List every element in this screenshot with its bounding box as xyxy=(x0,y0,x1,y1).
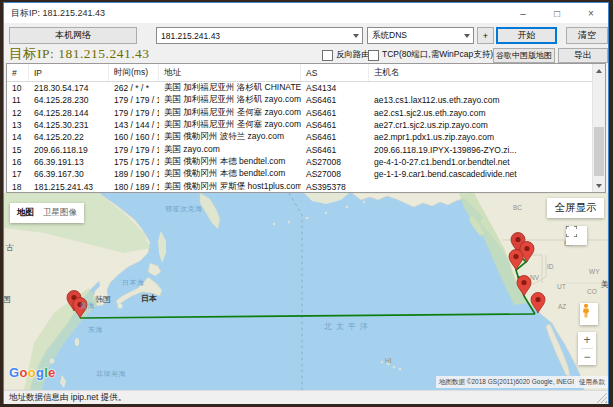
maximize-button[interactable]: □ xyxy=(540,3,574,23)
app-window: 目标IP: 181.215.241.43 – □ × 本机网络 181.215.… xyxy=(3,2,609,404)
col-hop[interactable]: # xyxy=(7,64,29,81)
dns-combobox[interactable]: 系统DNS xyxy=(367,27,474,44)
trace-table: # IP 时间(ms) 地址 AS 主机名 10218.30.54.174262… xyxy=(6,63,606,193)
table-row[interactable]: 18181.215.241.43180 / 189 / 194美国 俄勒冈州 罗… xyxy=(7,180,605,192)
dns-value: 系统DNS xyxy=(368,30,461,42)
map-canvas xyxy=(4,193,608,390)
pegman-button[interactable] xyxy=(580,303,598,325)
google-logo[interactable]: Google xyxy=(9,365,56,380)
start-button[interactable]: 开始 xyxy=(496,27,557,44)
resize-grip-icon[interactable] xyxy=(596,392,607,403)
col-as[interactable]: AS xyxy=(301,64,369,81)
chevron-down-icon[interactable] xyxy=(461,28,473,43)
table-row[interactable]: 15209.66.118.19179 / 179 / 180美国 zayo.co… xyxy=(7,143,605,155)
satellite-button[interactable]: 卫星图像 xyxy=(43,207,77,219)
tcp-checkbox[interactable]: TCP(80端口,需WinPcap支持) xyxy=(368,49,493,61)
terms-link[interactable]: 使用条款 xyxy=(576,376,608,388)
scroll-up-icon[interactable] xyxy=(593,64,605,77)
clear-button[interactable]: 清空 xyxy=(566,27,608,44)
map-type-control[interactable]: 地图 卫星图像 xyxy=(10,203,84,223)
reverse-route-checkbox[interactable]: 反向路由 xyxy=(322,49,370,61)
export-button[interactable]: 导出 xyxy=(558,48,608,63)
target-ip-combobox[interactable]: 181.215.241.43 xyxy=(156,27,363,44)
target-ip-label: 目标IP: 181.215.241.43 xyxy=(9,45,150,63)
titlebar: 目标IP: 181.215.241.43 – □ × xyxy=(4,3,608,23)
fullscreen-text-button[interactable]: 全屏显示 xyxy=(547,198,604,218)
add-button[interactable]: + xyxy=(477,27,494,44)
map-type-button[interactable]: 地图 xyxy=(17,207,34,219)
fullscreen-icon xyxy=(566,226,577,237)
zoom-in-button[interactable]: + xyxy=(578,332,596,348)
table-row[interactable]: 1766.39.167.30189 / 190 / 190美国 俄勒冈州 本德 … xyxy=(7,168,605,180)
col-time[interactable]: 时间(ms) xyxy=(109,64,159,81)
scrollbar-thumb[interactable] xyxy=(594,127,604,176)
target-ip-input[interactable]: 181.215.241.43 xyxy=(157,31,350,41)
table-header: # IP 时间(ms) 地址 AS 主机名 xyxy=(7,64,605,82)
statusbar: 地址数据信息由 ipip.net 提供。 xyxy=(4,390,608,404)
close-button[interactable]: × xyxy=(574,3,608,23)
status-text: 地址数据信息由 ipip.net 提供。 xyxy=(4,392,596,404)
minimize-button[interactable]: – xyxy=(506,3,540,23)
col-ip[interactable]: IP xyxy=(29,64,109,81)
checkbox-icon[interactable] xyxy=(368,50,379,61)
fullscreen-icon-button[interactable] xyxy=(566,226,587,245)
route-map[interactable]: 鄂霍次克海 日本海 黄海 东海 北太平洋 菲律宾海 韩国 日本 中国 古 BC … xyxy=(4,193,608,390)
google-cn-map-button[interactable]: 谷歌中国版地图 xyxy=(493,48,555,63)
zoom-control[interactable]: + − xyxy=(578,332,596,365)
table-row[interactable]: 10218.30.54.174262 / * / *美国 加利福尼亚州 洛杉矶 … xyxy=(7,82,605,94)
local-network-button[interactable]: 本机网络 xyxy=(9,27,137,44)
col-host[interactable]: 主机名 xyxy=(369,64,605,81)
table-row[interactable]: 1364.125.30.231143 / 144 / 144美国 加利福尼亚州 … xyxy=(7,119,605,131)
window-title: 目标IP: 181.215.241.43 xyxy=(4,7,506,20)
table-row[interactable]: 1264.125.28.144179 / 179 / 183美国 加利福尼亚州 … xyxy=(7,107,605,119)
chevron-down-icon[interactable] xyxy=(350,28,362,43)
table-row[interactable]: 1666.39.191.13175 / 175 / 176美国 俄勒冈州 本德 … xyxy=(7,156,605,168)
scroll-down-icon[interactable] xyxy=(593,179,605,192)
pegman-icon xyxy=(580,303,592,319)
table-row[interactable]: 1164.125.28.230179 / 179 / 180美国 加利福尼亚州 … xyxy=(7,94,605,106)
map-attribution: 地图数据 ©2018 GS(2011)6020 Google, INEGI xyxy=(436,376,577,388)
table-row[interactable]: 1464.125.20.22160 / 160 / 160美国 俄勒冈州 波特兰… xyxy=(7,131,605,143)
table-scrollbar[interactable] xyxy=(592,64,605,192)
zoom-out-button[interactable]: − xyxy=(578,349,596,365)
checkbox-icon[interactable] xyxy=(322,50,333,61)
col-addr[interactable]: 地址 xyxy=(159,64,301,81)
